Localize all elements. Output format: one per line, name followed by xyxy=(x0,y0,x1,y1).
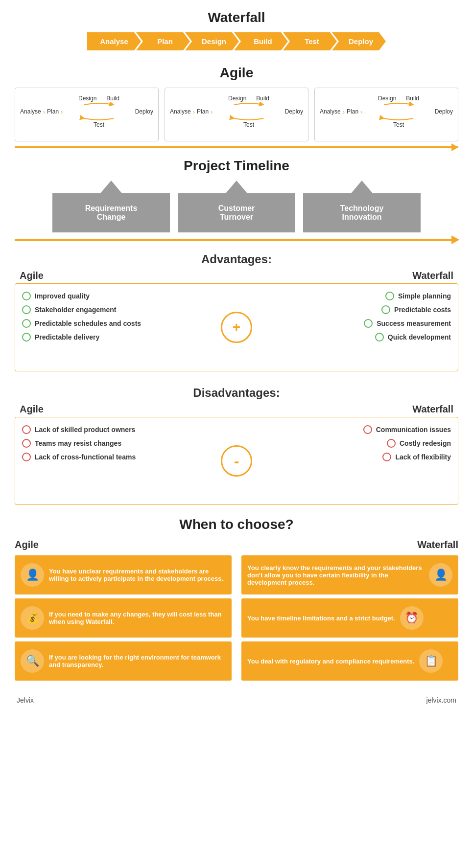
cycle-build: Build xyxy=(106,95,119,102)
advantage-waterfall-item: Success measurement xyxy=(364,319,451,328)
dot-red xyxy=(22,425,31,434)
advantage-agile-item: Improved quality xyxy=(22,292,217,300)
footer: Jelvix jelvix.com xyxy=(15,696,458,704)
agile-cycle-box: Analyse › Plan › Design Build xyxy=(15,88,159,141)
when-columns: Agile 👤 You have unclear requirements an… xyxy=(15,539,458,685)
cycle-arrows-svg xyxy=(379,102,418,121)
disadvantage-waterfall-item: Communication issues xyxy=(363,425,451,434)
when-waterfall-icon: 📋 xyxy=(419,649,443,673)
disadvantage-waterfall-item: Lack of flexibility xyxy=(382,453,451,461)
advantages-agile-items: Improved qualityStakeholder engagementPr… xyxy=(22,292,217,363)
dot-green xyxy=(375,333,384,342)
cycle-analyse: Analyse xyxy=(20,108,41,115)
dot-red xyxy=(363,425,372,434)
dot-green xyxy=(364,319,373,328)
advantage-waterfall-item: Simple planning xyxy=(385,292,451,300)
dot-red xyxy=(387,439,396,448)
advantage-waterfall-item: Predictable costs xyxy=(381,305,451,314)
disadvantages-agile-items: Lack of skilled product ownersTeams may … xyxy=(22,425,217,497)
cycle-test: Test xyxy=(243,121,254,128)
disadvantage-agile-item: Lack of skilled product owners xyxy=(22,425,217,434)
advantages-section: Advantages: Agile Waterfall Improved qua… xyxy=(15,252,458,371)
when-title: When to choose? xyxy=(15,517,458,532)
cycle-test: Test xyxy=(94,121,104,128)
advantages-center: + xyxy=(217,292,256,363)
when-agile-card: 🔍 If you are looking for the right envir… xyxy=(15,641,232,681)
project-timeline-section: Project Timeline RequirementsChange Cust… xyxy=(15,158,458,241)
disadvantages-headers: Agile Waterfall xyxy=(15,404,458,415)
disadvantage-agile-item: Teams may resist changes xyxy=(22,439,217,448)
advantages-container: Improved qualityStakeholder engagementPr… xyxy=(15,283,458,371)
dot-green xyxy=(22,305,31,314)
when-waterfall-icon: 👤 xyxy=(429,563,452,587)
advantages-title: Advantages: xyxy=(15,252,458,266)
waterfall-step: Plan xyxy=(136,32,190,50)
advantage-waterfall-item: Quick development xyxy=(375,333,451,342)
waterfall-section: Waterfall AnalysePlanDesignBuildTestDepl… xyxy=(15,10,458,50)
dot-red xyxy=(382,453,391,461)
timeline-line xyxy=(15,239,458,241)
when-waterfall-label: Waterfall xyxy=(241,539,458,550)
dot-green xyxy=(22,333,31,342)
advantages-headers: Agile Waterfall xyxy=(15,270,458,281)
cycle-design: Design xyxy=(378,95,396,102)
footer-right: jelvix.com xyxy=(426,696,456,704)
cycle-deploy: Deploy xyxy=(135,108,153,115)
advantage-agile-item: Predictable delivery xyxy=(22,333,217,342)
waterfall-arrows: AnalysePlanDesignBuildTestDeploy xyxy=(15,32,458,50)
when-agile-icon: 🔍 xyxy=(21,649,44,673)
when-waterfall-col: Waterfall You clearly know the requireme… xyxy=(241,539,458,685)
dot-red xyxy=(22,453,31,461)
waterfall-step: Design xyxy=(185,32,239,50)
dot-green xyxy=(381,305,390,314)
when-waterfall-card: You have timeline limitations and a stri… xyxy=(241,598,458,638)
waterfall-step: Test xyxy=(283,32,337,50)
agile-cycle-box: Analyse › Plan › Design Build xyxy=(314,88,458,141)
cycle-test: Test xyxy=(393,121,404,128)
advantage-agile-item: Stakeholder engagement xyxy=(22,305,217,314)
timeline-blocks: RequirementsChange CustomerTurnover Tech… xyxy=(15,181,458,232)
agile-section: Agile Analyse › Plan › Design Build xyxy=(15,65,458,148)
advantages-waterfall-label: Waterfall xyxy=(412,270,453,281)
cycle-analyse: Analyse xyxy=(170,108,191,115)
when-waterfall-card: You deal with regulatory and compliance … xyxy=(241,641,458,681)
when-section: When to choose? Agile 👤 You have unclear… xyxy=(15,517,458,685)
cycle-arrows-svg xyxy=(79,102,118,121)
disadvantages-agile-label: Agile xyxy=(20,404,44,415)
when-agile-icon: 👤 xyxy=(21,563,44,587)
waterfall-title: Waterfall xyxy=(15,10,458,25)
when-waterfall-icon: ⏰ xyxy=(400,606,424,630)
timeline-block: RequirementsChange xyxy=(52,181,170,232)
when-waterfall-card: You clearly know the requirements and yo… xyxy=(241,555,458,594)
dot-green xyxy=(22,319,31,328)
cycle-plan: Plan xyxy=(197,108,209,115)
when-agile-cards: 👤 You have unclear requirements and stak… xyxy=(15,555,232,681)
when-agile-icon: 💰 xyxy=(21,606,44,630)
footer-left: Jelvix xyxy=(17,696,34,704)
disadvantages-symbol: - xyxy=(221,445,252,477)
agile-title: Agile xyxy=(15,65,458,81)
cycle-design: Design xyxy=(78,95,96,102)
cycle-analyse: Analyse xyxy=(320,108,341,115)
timeline-label: RequirementsChange xyxy=(52,193,170,232)
disadvantages-section: Disadvantages: Agile Waterfall Lack of s… xyxy=(15,386,458,505)
advantage-agile-item: Predictable schedules and costs xyxy=(22,319,217,328)
when-agile-label: Agile xyxy=(15,539,232,550)
disadvantage-waterfall-item: Costly redesign xyxy=(387,439,451,448)
when-agile-card: 💰 If you need to make any changes, they … xyxy=(15,598,232,638)
timeline-arrow-up xyxy=(100,181,122,193)
disadvantages-title: Disadvantages: xyxy=(15,386,458,400)
cycle-plan: Plan xyxy=(347,108,358,115)
advantages-agile-label: Agile xyxy=(20,270,44,281)
agile-cycle-diagram: Analyse › Plan › Design Build xyxy=(320,95,453,128)
dot-green xyxy=(385,292,394,300)
agile-cycle-box: Analyse › Plan › Design Build xyxy=(165,88,308,141)
cycle-design: Design xyxy=(228,95,246,102)
waterfall-step: Analyse xyxy=(87,32,141,50)
when-waterfall-cards: You clearly know the requirements and yo… xyxy=(241,555,458,681)
when-agile-col: Agile 👤 You have unclear requirements an… xyxy=(15,539,232,685)
dot-green xyxy=(22,292,31,300)
disadvantages-container: Lack of skilled product ownersTeams may … xyxy=(15,417,458,505)
timeline-label: CustomerTurnover xyxy=(178,193,295,232)
disadvantage-agile-item: Lack of cross-functional teams xyxy=(22,453,217,461)
